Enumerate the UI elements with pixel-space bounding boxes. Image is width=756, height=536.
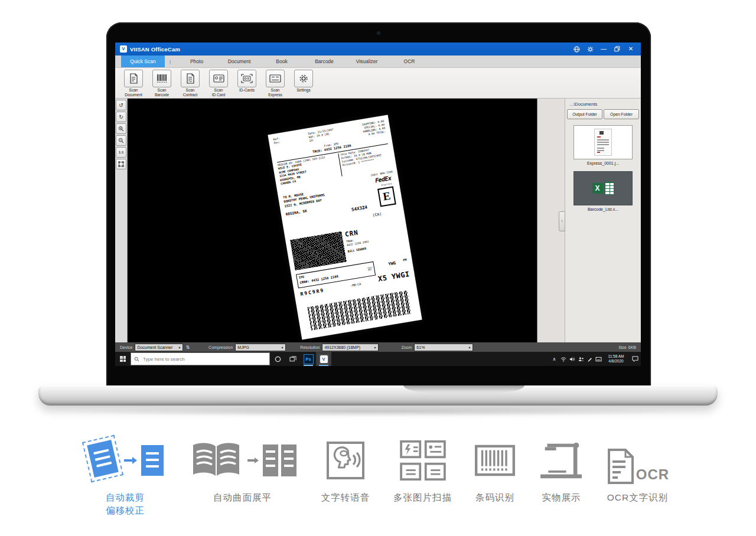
status-bar: Device Document Scanner▲ ⇅ Compression M… [115, 342, 641, 352]
multi-image-scan-icon [383, 436, 462, 485]
id-cards-button[interactable]: ID-Cards [233, 70, 260, 93]
tray-chevron-icon[interactable]: ∧ [550, 352, 559, 366]
restore-button[interactable] [612, 44, 623, 54]
file-thumbnail-express[interactable]: Express_0001.j... [573, 125, 633, 165]
search-input[interactable] [142, 356, 266, 362]
teams-icon[interactable] [576, 352, 585, 366]
label-service-block: CRN TRK#:4432 1256 2002 BILL SENDER [344, 227, 372, 262]
panel-collapse-handle[interactable]: › [559, 211, 565, 231]
zoom-select[interactable]: 61%▲ [414, 344, 473, 351]
text-to-speech-icon [307, 436, 384, 485]
cortana-icon[interactable] [270, 352, 285, 366]
dropdown-arrow-icon: ▲ [281, 345, 284, 349]
network-icon[interactable] [559, 352, 568, 366]
scan-id-card-button[interactable]: ScanID Card [205, 70, 232, 97]
minimize-button[interactable]: — [598, 44, 609, 54]
feature-label: 多张图片扫描 [383, 491, 462, 504]
feature-label: OCR文字识别 [598, 491, 677, 504]
language-globe-icon[interactable] [571, 44, 582, 54]
id-cards-icon [237, 70, 256, 87]
task-view-icon[interactable] [285, 352, 301, 366]
resolution-label: Resolution [300, 345, 320, 349]
close-button[interactable]: ✕ [625, 44, 636, 54]
gear-icon [294, 70, 313, 87]
documents-path: ...\Documents [570, 102, 641, 107]
output-folder-button[interactable]: Output Folder [567, 109, 602, 119]
app-titlebar: V VIISAN OfficeCam — ✕ [115, 43, 641, 55]
scan-express-button[interactable]: ScanExpress [262, 70, 289, 97]
document-camera-icon [527, 436, 595, 485]
system-tray: ∧ [550, 352, 641, 366]
feature-book-flatten: 自动曲面展平 [188, 436, 297, 504]
camera-swap-icon[interactable]: ⇅ [185, 345, 190, 350]
action-center-icon[interactable] [629, 352, 641, 366]
viisan-taskbar-icon[interactable]: V [316, 352, 331, 366]
feature-barcode-recognition: 条码识别 [460, 436, 530, 504]
zoom-out-button[interactable] [116, 135, 126, 146]
feature-label: 自动曲面展平 [188, 491, 297, 504]
dropdown-arrow-icon: ▲ [468, 345, 471, 349]
tab-photo[interactable]: Photo [175, 55, 218, 67]
settings-button[interactable]: Settings [290, 70, 317, 93]
tab-visualizer[interactable]: Visualizer [346, 55, 388, 67]
open-folder-button[interactable]: Open Folder [604, 109, 639, 119]
scan-toolbar: ScanDocument ScanBarcode ScanContract [115, 68, 641, 99]
label-ipd: IPD [298, 274, 304, 279]
label-r9-code: R9C9R9 [300, 287, 325, 298]
scan-contract-button[interactable]: ScanContract [177, 70, 204, 97]
label-ywg: YWG [388, 260, 396, 267]
file-thumbnail-barcode-list[interactable]: X Barcode_List.x... [573, 171, 633, 211]
tab-ocr[interactable]: OCR [388, 55, 431, 67]
zoom-in-button[interactable] [116, 123, 126, 134]
settings-gear-icon[interactable] [585, 44, 595, 54]
feature-label: 实物展示 [527, 491, 595, 504]
scan-preview-canvas[interactable]: Ref:Dev: Date: 11/15/2007Wgt: 10.0 LBSId… [128, 99, 537, 342]
label-postal-code: S4X3Z4 [351, 204, 367, 213]
pen-icon[interactable] [585, 352, 594, 366]
label-fact: FACT 001 [367, 267, 373, 272]
taskbar-search[interactable] [131, 352, 270, 365]
device-select[interactable]: Document Scanner▲ [135, 344, 183, 351]
tab-book[interactable]: Book [260, 55, 303, 67]
start-button[interactable] [115, 352, 131, 366]
feature-text-to-speech: 文字转语音 [307, 436, 384, 504]
auto-crop-icon [78, 436, 172, 485]
feature-live-display: 实物展示 [527, 436, 595, 504]
rotate-ccw-button[interactable]: ↺ [116, 100, 126, 110]
tab-quick-scan[interactable]: Quick Scan [121, 55, 165, 67]
rotate-cw-button[interactable]: ↻ [116, 112, 126, 122]
canvas-tools: ↺ ↻ 1:1 [115, 99, 128, 342]
crop-button[interactable] [116, 159, 126, 169]
photoshop-taskbar-icon[interactable]: Ps [301, 352, 316, 366]
feature-label: 文字转语音 [307, 491, 384, 504]
tool-label: ScanContract [183, 88, 198, 97]
tab-barcode[interactable]: Barcode [303, 55, 346, 67]
touch-keyboard-icon[interactable] [594, 352, 603, 366]
scan-barcode-button[interactable]: ScanBarcode [148, 70, 175, 97]
resolution-select[interactable]: 4912X3680 (18MP)▲ [322, 344, 379, 351]
barcode-recognition-icon [460, 436, 530, 485]
arrow-right-icon [124, 459, 132, 462]
webcam-dot [377, 31, 380, 35]
feature-multi-image-scan: 多张图片扫描 [383, 436, 462, 504]
file-name: Express_0001.j... [573, 161, 633, 165]
viisan-logo-icon: V [120, 45, 127, 53]
actual-size-button[interactable]: 1:1 [116, 147, 126, 158]
dropdown-arrow-icon: ▲ [373, 345, 376, 349]
tool-label: ScanBarcode [155, 88, 169, 97]
label-recipient: TO M. MOUSE DOROTHY PEARL UNIFORMS 1522 … [283, 189, 327, 217]
label-route: -MB-CA [350, 282, 361, 287]
volume-icon[interactable] [568, 352, 576, 366]
page: V VIISAN OfficeCam — ✕ Quick Scan | [0, 0, 756, 536]
scan-document-button[interactable]: ScanDocument [120, 70, 147, 97]
compression-select[interactable]: MJPG▲ [235, 344, 286, 351]
barcode-icon [152, 70, 171, 87]
window-title: VIISAN OfficeCam [130, 46, 180, 53]
shipping-label-image: Ref:Dev: Date: 11/15/2007Wgt: 10.0 LBSId… [268, 115, 422, 339]
search-icon [134, 354, 139, 364]
tool-label: ID-Cards [239, 88, 255, 93]
label-sort-code: X5 YWGI [377, 270, 410, 284]
taskbar-clock[interactable]: 11:58 AM4/8/2020 [603, 354, 629, 364]
ocr-wordmark: OCR [636, 466, 669, 483]
tab-document[interactable]: Document [218, 55, 260, 67]
